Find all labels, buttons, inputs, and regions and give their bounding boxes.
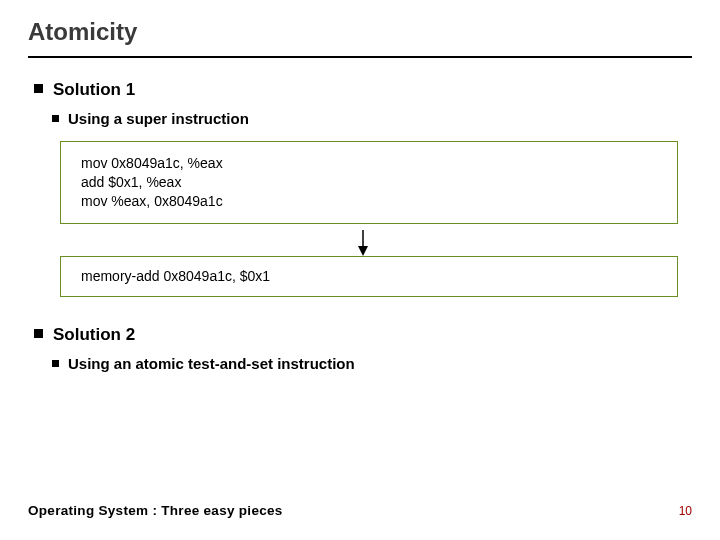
square-bullet-icon [34,84,43,93]
code-box-after: memory-add 0x8049a1c, $0x1 [60,256,678,297]
subbullet-super-instruction: Using a super instruction [52,110,692,127]
solution-2-heading: Solution 2 [53,325,135,345]
slide-title: Atomicity [28,18,692,46]
code-line: memory-add 0x8049a1c, $0x1 [81,267,657,286]
slide: Atomicity Solution 1 Using a super instr… [0,0,720,540]
down-arrow-container [34,230,692,252]
square-bullet-icon [52,115,59,122]
svg-marker-1 [358,246,368,256]
solution-1-heading: Solution 1 [53,80,135,100]
code-line: mov 0x8049a1c, %eax [81,154,657,173]
bullet-solution-1: Solution 1 [34,80,692,100]
down-arrow-icon [362,230,364,252]
solution-1-sub: Using a super instruction [68,110,249,127]
code-box-before: mov 0x8049a1c, %eax add $0x1, %eax mov %… [60,141,678,224]
code-line: mov %eax, 0x8049a1c [81,192,657,211]
title-divider [28,56,692,58]
bullet-solution-2: Solution 2 [34,325,692,345]
square-bullet-icon [52,360,59,367]
slide-content: Solution 1 Using a super instruction mov… [28,80,692,372]
footer-text: Operating System : Three easy pieces [28,503,283,518]
slide-footer: Operating System : Three easy pieces 10 [28,503,692,518]
solution-2-sub: Using an atomic test-and-set instruction [68,355,355,372]
square-bullet-icon [34,329,43,338]
page-number: 10 [679,504,692,518]
code-line: add $0x1, %eax [81,173,657,192]
subbullet-test-and-set: Using an atomic test-and-set instruction [52,355,692,372]
